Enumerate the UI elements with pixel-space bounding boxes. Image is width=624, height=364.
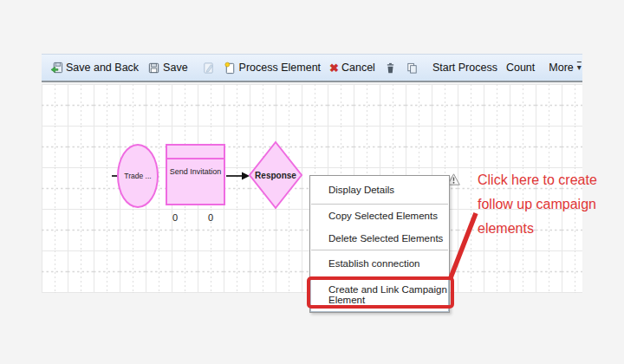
edit-button-disabled <box>198 60 219 76</box>
edit-icon <box>202 62 215 75</box>
save-back-icon <box>50 62 63 75</box>
trash-icon <box>384 62 397 75</box>
decision-node-label: Response <box>255 171 296 180</box>
save-button[interactable]: Save <box>143 60 192 76</box>
save-icon <box>147 62 160 75</box>
new-element-icon <box>224 62 237 75</box>
cancel-button[interactable]: ✖ Cancel <box>325 60 380 75</box>
node-header-band <box>167 146 224 159</box>
start-node-label: Trade ... <box>124 172 151 180</box>
copy-button[interactable] <box>401 60 423 76</box>
process-element-label: Process Element <box>239 62 321 74</box>
highlight-box <box>307 276 454 309</box>
start-process-label: Start Process <box>432 62 497 74</box>
start-process-button[interactable]: Start Process <box>428 60 502 75</box>
campaign-process-designer: Save and Back Save Process Element <box>0 0 624 364</box>
count-button[interactable]: Count <box>502 60 539 75</box>
start-node-trade[interactable]: Trade ... <box>117 144 159 208</box>
menu-item-label: Copy Selected Elements <box>328 211 438 221</box>
menu-item-label: Establish connection <box>328 258 419 269</box>
menu-item-copy-selected[interactable]: Copy Selected Elements <box>310 205 449 227</box>
process-element-button[interactable]: Process Element <box>219 60 325 76</box>
save-and-back-label: Save and Back <box>66 62 139 74</box>
toolbar: Save and Back Save Process Element <box>42 54 582 82</box>
step-node-send-invitation[interactable]: Send Invitation <box>166 144 225 205</box>
node-counter-left: 0 <box>172 212 178 223</box>
menu-item-label: Delete Selected Elements <box>328 233 443 244</box>
step-node-label: Send Invitation <box>167 167 224 176</box>
more-label: More <box>549 62 573 74</box>
annotation-line: elements <box>478 217 616 241</box>
menu-item-display-details[interactable]: Display Details <box>310 176 449 204</box>
save-and-back-button[interactable]: Save and Back <box>46 60 143 76</box>
decision-node-response[interactable]: Response <box>250 142 302 209</box>
menu-item-delete-selected[interactable]: Delete Selected Elements <box>310 227 449 250</box>
save-label: Save <box>163 62 188 74</box>
menu-item-label: Display Details <box>328 185 394 195</box>
delete-button[interactable] <box>380 60 401 76</box>
annotation-line: Click here to create <box>478 168 616 192</box>
more-menu-button[interactable]: More ▾ <box>544 60 586 75</box>
cancel-icon: ✖ <box>329 62 339 74</box>
menu-item-establish-connection[interactable]: Establish connection <box>310 250 449 276</box>
copy-icon <box>406 62 419 75</box>
chevron-down-icon: ▾ <box>577 63 582 72</box>
annotation-line: follow up campaign <box>478 192 616 217</box>
count-label: Count <box>506 62 535 74</box>
annotation-text: Click here to create follow up campaign … <box>478 168 616 241</box>
node-counter-right: 0 <box>208 212 213 223</box>
cancel-label: Cancel <box>341 62 375 74</box>
